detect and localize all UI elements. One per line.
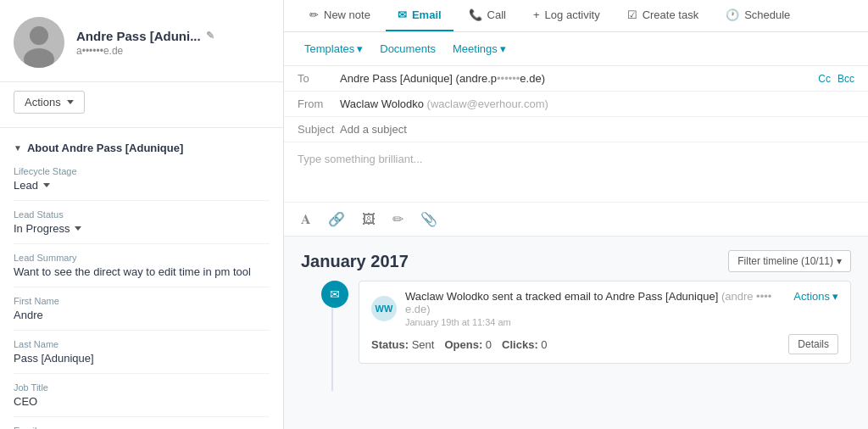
sender-avatar: WW xyxy=(371,296,397,321)
lead-status-value[interactable]: In Progress xyxy=(14,222,270,235)
sub-tab-meetings[interactable]: Meetings ▾ xyxy=(446,39,513,58)
timeline-section: January 2017 Filter timeline (10/11) ▾ ✉… xyxy=(284,237,868,429)
timeline-item: ✉ WW Waclaw Wolodko sent a tracked email… xyxy=(301,281,851,364)
sub-tab-documents[interactable]: Documents xyxy=(373,39,442,58)
link-button[interactable]: 🔗 xyxy=(325,209,348,229)
lifecycle-dropdown-icon xyxy=(43,183,50,187)
email-compose: To Andre Pass [Adunique] (andre.p••••••e… xyxy=(284,66,868,237)
actions-dropdown-icon xyxy=(67,100,74,104)
subject-input[interactable] xyxy=(340,123,854,136)
lead-summary-label: Lead Summary xyxy=(14,253,270,263)
attach-button[interactable]: 📎 xyxy=(417,209,441,229)
details-button[interactable]: Details xyxy=(788,334,838,354)
last-name-value: Pass [Adunique] xyxy=(14,352,270,365)
timeline-card: WW Waclaw Wolodko sent a tracked email t… xyxy=(359,281,851,364)
meetings-dropdown-icon: ▾ xyxy=(500,42,506,55)
lead-summary-value: Want to see the direct way to edit time … xyxy=(14,265,270,278)
image-button[interactable]: 🖼 xyxy=(359,210,379,229)
tab-email[interactable]: ✉ Email xyxy=(386,0,453,31)
cc-bcc-actions: Cc Bcc xyxy=(818,73,854,85)
timeline-body: ✉ WW Waclaw Wolodko sent a tracked email… xyxy=(284,281,868,391)
timeline-header: January 2017 Filter timeline (10/11) ▾ xyxy=(284,237,868,281)
lifecycle-stage-label: Lifecycle Stage xyxy=(14,166,270,176)
contact-actions-button[interactable]: Actions xyxy=(14,91,85,114)
email-to-row: To Andre Pass [Adunique] (andre.p••••••e… xyxy=(284,66,868,92)
email-timestamp: January 19th at 11:34 am xyxy=(405,317,793,327)
card-header-content: WW Waclaw Wolodko sent a tracked email t… xyxy=(371,290,793,327)
about-section: ▼ About Andre Pass [Adunique] Lifecycle … xyxy=(0,128,283,429)
task-icon: ☑ xyxy=(627,8,637,21)
contact-name-row: Andre Pass [Aduni... ✎ xyxy=(76,29,270,43)
tab-create-task[interactable]: ☑ Create task xyxy=(615,0,710,31)
field-lead-status: Lead Status In Progress xyxy=(14,209,270,244)
to-label: To xyxy=(298,72,340,85)
to-value: Andre Pass [Adunique] (andre.p••••••e.de… xyxy=(340,72,818,85)
timeline-email-icon: ✉ xyxy=(330,287,340,301)
tab-new-note[interactable]: ✏ New note xyxy=(298,0,382,31)
actions-button-wrap: Actions xyxy=(0,82,283,128)
email-subject-row: Subject xyxy=(284,117,868,142)
right-panel: ✏ New note ✉ Email 📞 Call + Log activity… xyxy=(284,0,868,429)
compose-toolbar: 𝐀 🔗 🖼 ✏ 📎 xyxy=(284,202,868,236)
job-title-label: Job Title xyxy=(14,382,270,393)
field-job-title: Job Title CEO xyxy=(14,382,270,417)
lead-status-dropdown-icon xyxy=(75,226,81,231)
log-icon: + xyxy=(533,8,540,21)
job-title-value: CEO xyxy=(14,395,270,408)
sub-tab-bar: Templates ▾ Documents Meetings ▾ xyxy=(284,32,868,66)
email-icon: ✉ xyxy=(398,8,407,21)
field-email: Email xyxy=(14,426,270,429)
field-last-name: Last Name Pass [Adunique] xyxy=(14,339,270,374)
cc-button[interactable]: Cc xyxy=(818,73,831,85)
card-actions-button[interactable]: Actions ▾ xyxy=(793,290,838,303)
edit-icon[interactable]: ✎ xyxy=(206,30,214,42)
first-name-label: First Name xyxy=(14,296,270,306)
from-value: Waclaw Wolodko (waclaw@everhour.com) xyxy=(340,98,854,110)
from-label: From xyxy=(298,98,340,110)
about-chevron-icon[interactable]: ▼ xyxy=(14,143,22,153)
about-title: ▼ About Andre Pass [Adunique] xyxy=(14,142,270,154)
filter-dropdown-icon: ▾ xyxy=(837,255,842,267)
tab-bar: ✏ New note ✉ Email 📞 Call + Log activity… xyxy=(284,0,868,32)
bcc-button[interactable]: Bcc xyxy=(837,73,854,85)
contact-email: a••••••e.de xyxy=(76,45,270,57)
card-actions-dropdown-icon: ▾ xyxy=(832,290,838,303)
avatar xyxy=(14,17,64,68)
email-from-row: From Waclaw Wolodko (waclaw@everhour.com… xyxy=(284,92,868,117)
filter-timeline-button[interactable]: Filter timeline (10/11) ▾ xyxy=(728,250,851,272)
email-status-info: Status: Sent Opens: 0 Clicks: xyxy=(371,338,548,351)
field-lead-summary: Lead Summary Want to see the direct way … xyxy=(14,253,270,287)
call-icon: 📞 xyxy=(469,8,482,21)
contact-header: Andre Pass [Aduni... ✎ a••••••e.de xyxy=(0,0,283,82)
tab-log-activity[interactable]: + Log activity xyxy=(521,0,612,31)
tab-call[interactable]: 📞 Call xyxy=(457,0,518,31)
timeline-card-header: WW Waclaw Wolodko sent a tracked email t… xyxy=(371,290,838,327)
note-icon: ✏ xyxy=(309,8,319,21)
left-panel: Andre Pass [Aduni... ✎ a••••••e.de Actio… xyxy=(0,0,284,429)
contact-name: Andre Pass [Aduni... xyxy=(76,29,201,43)
timeline-email-icon-wrap: ✉ xyxy=(321,281,348,308)
subject-label: Subject xyxy=(298,123,340,136)
pen-button[interactable]: ✏ xyxy=(389,209,407,229)
lifecycle-stage-value[interactable]: Lead xyxy=(14,179,270,192)
timeline-month: January 2017 xyxy=(301,252,409,271)
email-summary: Waclaw Wolodko sent a tracked email to A… xyxy=(405,290,793,327)
schedule-icon: 🕐 xyxy=(726,8,739,21)
field-first-name: First Name Andre xyxy=(14,296,270,331)
svg-point-1 xyxy=(30,26,48,45)
email-status-row: Status: Sent Opens: 0 Clicks: xyxy=(371,334,838,354)
lead-status-label: Lead Status xyxy=(14,209,270,220)
contact-info: Andre Pass [Aduni... ✎ a••••••e.de xyxy=(76,29,270,57)
sub-tab-templates[interactable]: Templates ▾ xyxy=(298,39,370,58)
field-lifecycle-stage: Lifecycle Stage Lead xyxy=(14,166,270,201)
last-name-label: Last Name xyxy=(14,339,270,349)
first-name-value: Andre xyxy=(14,309,270,321)
font-format-button[interactable]: 𝐀 xyxy=(298,210,314,229)
templates-dropdown-icon: ▾ xyxy=(357,42,363,55)
card-actions: Actions ▾ xyxy=(793,290,838,303)
email-label: Email xyxy=(14,426,270,429)
compose-placeholder: Type something brilliant... xyxy=(298,153,422,165)
tab-schedule[interactable]: 🕐 Schedule xyxy=(714,0,802,31)
compose-body[interactable]: Type something brilliant... xyxy=(284,142,868,202)
email-summary-text: Waclaw Wolodko sent a tracked email to A… xyxy=(405,290,793,315)
